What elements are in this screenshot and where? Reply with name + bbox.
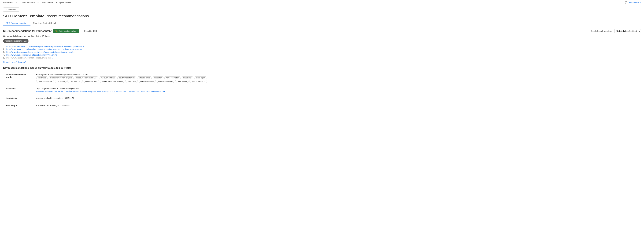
export-doc-button[interactable]: ↑ Export to DOC bbox=[80, 29, 99, 33]
targeting-select[interactable]: United States (Desktop) bbox=[614, 29, 641, 33]
rival-num: 4. bbox=[3, 54, 6, 56]
rec-label-backlinks: Backlinks bbox=[3, 85, 32, 95]
readability-text: Average readability score of top 10 URLs… bbox=[36, 97, 74, 99]
pencil-icon: ✏️ bbox=[55, 30, 58, 32]
domains-row: westandmainhomes.com westandmainhomes.co… bbox=[36, 90, 165, 92]
rival-link[interactable]: https://www.nerdwallet.com/best/loans/pe… bbox=[6, 45, 82, 48]
export-icon: ↑ bbox=[82, 30, 84, 32]
tabs-container: SEO Recommendations Real-time Content Ch… bbox=[3, 20, 641, 26]
semantic-bullet-text: Enrich your text with the following sema… bbox=[36, 74, 88, 76]
external-link-icon: ↗ bbox=[73, 51, 75, 53]
tab-realtime-check[interactable]: Real-time Content Check bbox=[30, 20, 59, 26]
rec-content-semantic: • Enrich your text with the following se… bbox=[32, 71, 641, 85]
order-content-writing-button[interactable]: ✏️ Order content writing bbox=[53, 29, 79, 33]
google-targeting-label: Google Search targeting: bbox=[590, 30, 612, 32]
tag: unsecured loan bbox=[67, 80, 83, 83]
breadcrumb-sep1: › bbox=[14, 1, 14, 4]
tag: equity lines of credit bbox=[117, 76, 136, 79]
order-btn-label: Order content writing bbox=[59, 30, 76, 32]
bullet-icon: • bbox=[34, 97, 36, 100]
tag: improvement loan bbox=[99, 76, 116, 79]
tag: loan terms bbox=[182, 76, 193, 79]
key-rec-title: Key recommendations (based on your Googl… bbox=[3, 66, 641, 69]
show-all-rivals-link[interactable]: Show all rivals (1 keyword) bbox=[3, 61, 26, 63]
bullet-icon: • bbox=[34, 74, 36, 76]
tags-row2: cash out refinance loan funds unsecured … bbox=[36, 80, 207, 83]
tag: home equity lines bbox=[138, 80, 156, 83]
rec-label-semantic: Semantically related words bbox=[3, 71, 32, 85]
section-title: SEO recommendations for your content bbox=[3, 30, 52, 32]
tab-seo-recommendations[interactable]: SEO Recommendations bbox=[3, 20, 30, 26]
text-length-text: Recommended text length: 2116 words bbox=[36, 104, 70, 106]
rival-num: 1. bbox=[3, 45, 6, 48]
tag: credit report bbox=[194, 76, 207, 79]
domain-link[interactable]: oneandco.com oneandco.com bbox=[114, 90, 140, 92]
export-btn-label: Export to DOC bbox=[84, 30, 97, 32]
go-to-start-label: Go to start bbox=[8, 8, 17, 11]
external-link-icon: ↗ bbox=[82, 48, 84, 50]
tag: finance home improvement bbox=[100, 80, 124, 83]
tag: monthly payments bbox=[189, 80, 207, 83]
tag: cash out refinance bbox=[36, 80, 54, 83]
rival-item: 5. https://www.lightstream.com/home-impr… bbox=[3, 56, 641, 59]
bullet-icon: • bbox=[34, 104, 36, 107]
table-row: Readability • Average readability score … bbox=[3, 95, 641, 102]
bullet-icon: • bbox=[34, 88, 36, 90]
breadcrumb-sep2: › bbox=[36, 1, 36, 4]
analysis-text: Our analysis is based on your Google top… bbox=[3, 35, 641, 37]
table-row: Backlinks • Try to acquire backlinks fro… bbox=[3, 85, 641, 95]
tag: credit cards bbox=[125, 80, 138, 83]
domain-link[interactable]: westandmainhomes.com westandmainhomes.co… bbox=[36, 90, 79, 92]
table-row: Text length • Recommended text length: 2… bbox=[3, 102, 641, 109]
tag: home renovation bbox=[164, 76, 181, 79]
tag: rate and terms bbox=[137, 76, 152, 79]
rival-num: 3. bbox=[3, 51, 6, 53]
domain-link[interactable]: eurekster.com eurekster.com bbox=[141, 90, 165, 92]
tag: home improvement projects bbox=[49, 76, 74, 79]
rival-link[interactable]: https://www.discover.com/home-equity-loa… bbox=[6, 51, 73, 53]
rec-content-readability: • Average readability score of top 10 UR… bbox=[32, 95, 641, 102]
tag: loan funds bbox=[55, 80, 66, 83]
rival-num: 2. bbox=[3, 48, 6, 50]
recommendations-table: Semantically related words • Enrich your… bbox=[3, 71, 641, 109]
rival-item: 4. https://www.hud.gov/program_offices/h… bbox=[3, 54, 641, 56]
external-link-icon: ↗ bbox=[52, 57, 54, 59]
table-row: Semantically related words • Enrich your… bbox=[3, 71, 641, 85]
rival-item: 1. https://www.nerdwallet.com/best/loans… bbox=[3, 45, 641, 48]
feedback-chat-icon: 💬 bbox=[625, 1, 628, 4]
send-feedback-label: Send feedback bbox=[628, 1, 641, 4]
breadcrumb-template[interactable]: SEO Content Template bbox=[15, 1, 35, 4]
tag: home equity loans bbox=[156, 80, 174, 83]
rivals-list: 1. https://www.nerdwallet.com/best/loans… bbox=[3, 45, 641, 59]
page-title-subtitle: recent recommendations bbox=[46, 14, 89, 18]
tag: loan offer bbox=[153, 76, 164, 79]
send-feedback-link[interactable]: 💬 Send feedback bbox=[625, 1, 641, 4]
keyword-badge: home improvement loans bbox=[3, 39, 28, 43]
rec-label-text-length: Text length bbox=[3, 102, 32, 109]
breadcrumb: Dashboard › SEO Content Template › SEO r… bbox=[3, 1, 71, 4]
backlinks-bullet-text: Try to acquire backlinks from the follow… bbox=[36, 87, 80, 90]
breadcrumb-current: SEO recommendations for your content bbox=[37, 1, 71, 4]
domain-link[interactable]: freespaceway.com freespaceway.com bbox=[80, 90, 112, 92]
tag: credit history bbox=[175, 80, 188, 83]
rival-link[interactable]: https://www.hud.gov/program_offices/hous… bbox=[6, 54, 57, 56]
header-right: Google Search targeting: United States (… bbox=[590, 29, 641, 33]
external-link-icon: ↗ bbox=[58, 54, 59, 56]
external-link-icon: ↗ bbox=[83, 46, 84, 47]
rival-item: 3. https://www.discover.com/home-equity-… bbox=[3, 51, 641, 54]
breadcrumb-dashboard[interactable]: Dashboard bbox=[3, 1, 12, 4]
rival-num: 5. bbox=[3, 57, 6, 59]
page-title: SEO Content Template: recent recommendat… bbox=[3, 14, 641, 18]
page-title-bold: SEO Content Template: bbox=[3, 14, 46, 18]
go-to-start-button[interactable]: ← Go to start bbox=[3, 8, 19, 12]
tags-row1: fixed rates home improvement projects un… bbox=[36, 76, 207, 79]
arrow-left-icon: ← bbox=[5, 8, 7, 11]
tag: origination fees bbox=[84, 80, 99, 83]
rec-label-readability: Readability bbox=[3, 95, 32, 102]
rec-content-text-length: • Recommended text length: 2116 words bbox=[32, 102, 641, 109]
section-actions: ✏️ Order content writing ↑ Export to DOC bbox=[53, 29, 99, 33]
rival-link[interactable]: https://www.lightstream.com/home-improve… bbox=[6, 57, 52, 59]
rival-link[interactable]: https://www.suntrust.com/loans/home-impr… bbox=[6, 48, 82, 50]
rival-item: 2. https://www.suntrust.com/loans/home-i… bbox=[3, 48, 641, 51]
rec-content-backlinks: • Try to acquire backlinks from the foll… bbox=[32, 85, 641, 95]
